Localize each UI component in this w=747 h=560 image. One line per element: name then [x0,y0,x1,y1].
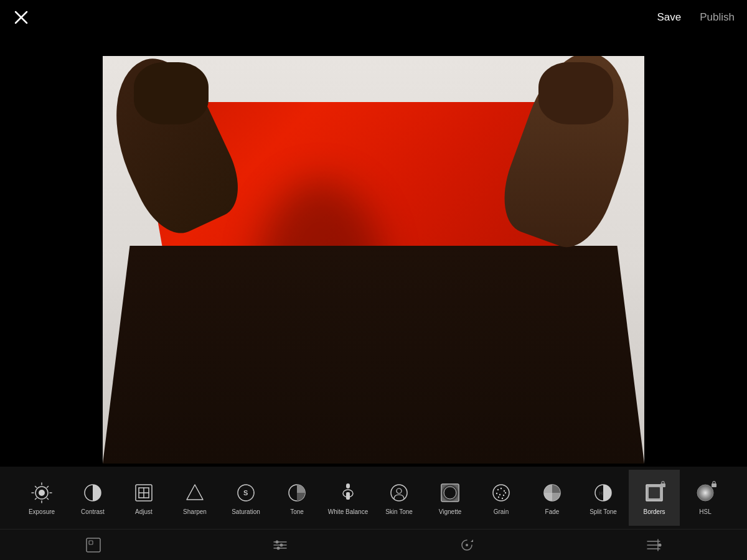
skin-tone-icon [387,481,411,505]
tool-skin-tone[interactable]: Skin Tone [374,470,425,526]
nav-adjustments[interactable] [268,533,293,558]
svg-point-56 [276,540,279,543]
svg-text:H: H [599,490,603,497]
svg-rect-25 [346,492,350,500]
svg-line-7 [35,486,37,487]
svg-point-38 [503,494,504,495]
svg-rect-51 [87,538,100,552]
tool-grain[interactable]: Grain [476,470,527,526]
tool-white-balance-label: White Balance [328,508,368,515]
tool-contrast-label: Contrast [81,508,105,515]
tool-adjust-label: Adjust [135,508,153,515]
tool-white-balance[interactable]: White Balance [322,470,374,526]
adjust-icon [132,481,156,505]
svg-marker-20 [187,485,203,500]
bottom-navigation [0,529,747,560]
nav-presets[interactable] [641,533,666,558]
tool-fade-label: Fade [545,508,560,515]
svg-text:S: S [243,489,248,497]
hsl-icon [693,481,717,505]
tone-icon [285,481,309,505]
main-photo [103,56,644,464]
svg-point-34 [500,487,502,488]
tool-skin-tone-label: Skin Tone [385,508,413,515]
borders-lock-icon [659,480,667,488]
svg-rect-48 [660,483,665,487]
svg-point-32 [493,485,509,501]
svg-point-41 [502,497,503,498]
nav-reset[interactable] [454,533,479,558]
tool-adjust[interactable]: Adjust [118,470,169,526]
tool-borders-label: Borders [643,508,665,515]
tool-exposure-label: Exposure [29,508,55,515]
vignette-icon [438,481,462,505]
borders-icon [642,481,666,505]
svg-line-10 [35,498,37,499]
tool-vignette[interactable]: Vignette [425,470,476,526]
tool-split-tone-label: Split Tone [590,508,617,515]
svg-marker-59 [471,539,473,542]
editing-toolbar: Exposure Contrast Adjust [0,467,747,529]
grain-icon [489,481,513,505]
hsl-lock-icon [710,480,718,488]
svg-point-28 [397,488,402,493]
svg-rect-52 [89,541,93,544]
contrast-icon [81,481,105,505]
svg-point-36 [496,492,497,493]
sharpen-icon [183,481,207,505]
tool-exposure[interactable]: Exposure [16,470,67,526]
saturation-icon: S [234,481,258,505]
svg-text:S: S [604,490,608,497]
white-balance-icon [336,481,360,505]
tool-sharpen-label: Sharpen [183,508,207,515]
nav-gallery[interactable] [81,533,106,558]
svg-point-40 [498,496,499,497]
tool-saturation[interactable]: S Saturation [220,470,271,526]
tool-sharpen[interactable]: Sharpen [169,470,220,526]
tool-tone-label: Tone [290,508,304,515]
split-tone-icon: H S [591,481,615,505]
exposure-icon [30,481,54,505]
svg-point-58 [277,546,280,549]
svg-point-35 [504,490,505,491]
tool-contrast[interactable]: Contrast [67,470,118,526]
image-canvas [103,34,644,485]
svg-point-60 [466,544,468,546]
svg-point-33 [497,488,499,490]
topbar-actions: Save Publish [657,11,735,24]
tool-tone[interactable]: Tone [271,470,322,526]
svg-line-9 [47,486,49,487]
top-bar: Save Publish [0,0,747,34]
tool-fade[interactable]: Fade [527,470,578,526]
svg-line-8 [47,498,49,499]
svg-point-37 [499,493,500,495]
tool-split-tone[interactable]: H S Split Tone [578,470,629,526]
fade-icon [540,481,564,505]
svg-rect-24 [346,483,350,488]
svg-point-39 [505,492,506,493]
svg-point-27 [391,485,407,501]
tool-hsl[interactable]: HSL [680,470,731,526]
svg-rect-47 [649,487,660,498]
tool-hsl-label: HSL [699,508,711,515]
publish-button[interactable]: Publish [700,11,735,24]
svg-rect-50 [712,483,716,487]
svg-point-11 [39,490,45,496]
svg-point-65 [659,543,662,546]
save-button[interactable]: Save [657,11,681,24]
tool-vignette-label: Vignette [439,508,462,515]
tool-borders[interactable]: Borders [629,470,680,526]
tool-saturation-label: Saturation [232,508,260,515]
svg-point-57 [280,543,283,546]
tool-grain-label: Grain [494,508,509,515]
close-button[interactable] [12,9,30,26]
